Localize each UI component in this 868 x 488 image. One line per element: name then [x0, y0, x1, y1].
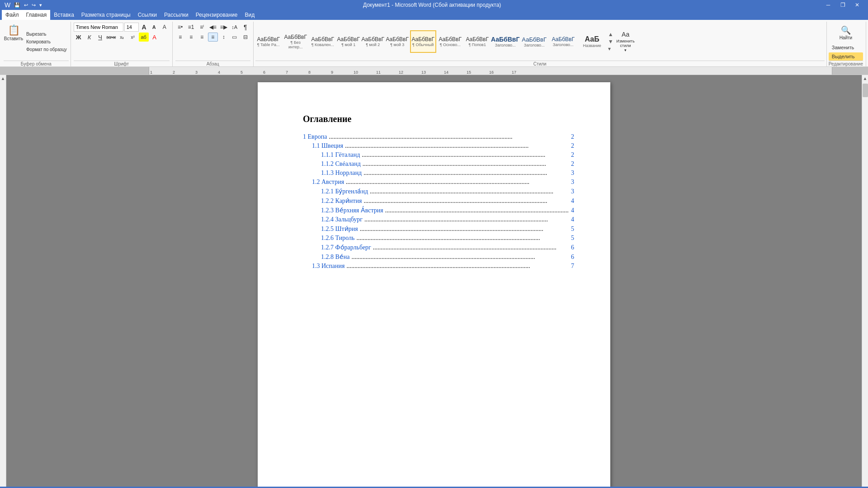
copy-button[interactable]: Копировать	[24, 38, 69, 45]
center-button[interactable]: ≡	[186, 33, 196, 42]
toc-entry-text[interactable]: 1 Европа	[303, 133, 327, 141]
style-heading2[interactable]: АаБбВвГ Заголово...	[520, 30, 548, 53]
style-my1[interactable]: АаБбВвГ ¶ мой 1	[337, 30, 360, 53]
bullets-button[interactable]: ≡•	[175, 23, 185, 32]
toc-entry-text[interactable]: 1.2.1 Бу́ргенла́нд	[321, 188, 368, 195]
toc-entry-text[interactable]: 1.2.3 Ве́рхняя А́встрия	[321, 206, 383, 214]
toc-entry-text[interactable]: 1.3 Испания	[312, 263, 344, 270]
font-shrink-button[interactable]: A	[150, 23, 159, 32]
font-grow-button[interactable]: A	[140, 23, 149, 32]
menu-review[interactable]: Рецензирование	[192, 10, 241, 20]
cut-button[interactable]: Вырезать	[24, 31, 69, 38]
toc-entry-page[interactable]: 4	[571, 207, 574, 214]
underline-button[interactable]: Ч	[95, 33, 105, 42]
toc-entry-page[interactable]: 7	[571, 263, 574, 270]
superscript-button[interactable]: х²	[128, 33, 138, 42]
strikethrough-button[interactable]: зачк	[106, 33, 116, 42]
toc-entry-page[interactable]: 2	[571, 151, 574, 159]
style-heading1[interactable]: АаБбВвГ Заголово...	[491, 30, 519, 53]
change-styles-button[interactable]: Аа Изменить стили ▾	[614, 30, 637, 53]
save-quick-btn[interactable]: 💾	[13, 2, 21, 8]
borders-button[interactable]: ⊟	[241, 33, 250, 42]
minimize-button[interactable]: ─	[821, 0, 835, 10]
menu-references[interactable]: Ссылки	[134, 10, 160, 20]
toc-entry-page[interactable]: 5	[571, 235, 574, 242]
toc-entry-text[interactable]: 1.2.2 Кари́нтия	[321, 197, 362, 205]
format-copy-button[interactable]: Формат по образцу	[24, 46, 69, 53]
show-marks-button[interactable]: ¶	[241, 23, 250, 32]
toc-entry-text[interactable]: 1.2 Австрия	[312, 178, 344, 186]
toc-entry-text[interactable]: 1.1 Швеция	[312, 142, 343, 150]
style-my3[interactable]: АаБбВвГ ¶ мой 3	[386, 30, 409, 53]
styles-expand[interactable]: ▾	[608, 46, 613, 52]
clear-format-button[interactable]: A	[160, 23, 170, 32]
font-name-input[interactable]: Times New Roman	[74, 23, 123, 32]
toc-entry-page[interactable]: 2	[571, 133, 574, 141]
scroll-up-arrow[interactable]: ▲	[862, 75, 868, 82]
style-table-par[interactable]: АаБбВвГ ¶ Table Pa...	[255, 30, 282, 53]
style-popov1[interactable]: АаБбВвГ ¶ Попов1	[464, 30, 491, 53]
style-no-spacing[interactable]: АаБбВвГ ¶ Без интер...	[283, 30, 309, 53]
style-osnova[interactable]: АаБбВвГ ¶ Осново...	[437, 30, 463, 53]
sort-button[interactable]: ↕А	[230, 23, 240, 32]
align-left-button[interactable]: ≡	[175, 33, 185, 42]
toc-entry-page[interactable]: 2	[571, 142, 574, 150]
vertical-scrollbar[interactable]: ▲	[862, 75, 868, 487]
justify-button[interactable]: ≡	[208, 33, 218, 42]
redo-quick-btn[interactable]: ↪	[31, 2, 37, 8]
menu-view[interactable]: Вид	[241, 10, 258, 20]
scroll-thumb[interactable]	[863, 84, 868, 97]
style-kovalev[interactable]: АаБбВвГ ¶ Ковален...	[310, 30, 336, 53]
toc-entry-page[interactable]: 3	[571, 188, 574, 195]
toc-entry-text[interactable]: 1.2.7 Фо́рарльберг	[321, 244, 371, 251]
bold-button[interactable]: Ж	[74, 33, 84, 42]
shading-button[interactable]: ▭	[230, 33, 240, 42]
toc-entry-page[interactable]: 6	[571, 244, 574, 251]
menu-mailings[interactable]: Рассылки	[160, 10, 192, 20]
paste-button[interactable]: 📋 Вставить	[4, 23, 24, 42]
undo-quick-btn[interactable]: ↩	[23, 2, 29, 8]
select-button[interactable]: Выделить	[829, 52, 863, 61]
toc-entry-page[interactable]: 4	[571, 216, 574, 223]
subscript-button[interactable]: х₂	[117, 33, 127, 42]
toc-entry-page[interactable]: 4	[571, 197, 574, 205]
replace-button[interactable]: Заменить	[829, 43, 863, 52]
toc-entry-text[interactable]: 1.2.4 Зальцбург	[321, 216, 363, 223]
numbering-button[interactable]: ≡1	[186, 23, 196, 32]
style-heading3[interactable]: АаБбВвГ Заголово...	[549, 30, 577, 53]
toc-entry-page[interactable]: 3	[571, 169, 574, 177]
toc-entry-text[interactable]: 1.1.3 Норрланд	[321, 169, 362, 177]
toc-entry-page[interactable]: 2	[571, 160, 574, 168]
styles-scroll-down[interactable]: ▼	[608, 38, 613, 45]
toc-entry-text[interactable]: 1.2.8 Ве́на	[321, 253, 350, 261]
menu-home[interactable]: Главная	[23, 10, 51, 20]
toc-entry-page[interactable]: 5	[571, 225, 574, 233]
toc-entry-text[interactable]: 1.1.2 Свéаланд	[321, 160, 361, 168]
line-spacing-button[interactable]: ↕	[219, 33, 229, 42]
italic-button[interactable]: К	[85, 33, 94, 42]
close-button[interactable]: ✕	[850, 0, 864, 10]
decrease-indent-button[interactable]: ◀≡	[208, 23, 218, 32]
find-button[interactable]: 🔍 Найти	[829, 23, 863, 42]
scroll-left-icon[interactable]: ▲	[1, 76, 5, 81]
toc-entry-text[interactable]: 1.1.1 Гёталанд	[321, 151, 360, 159]
font-color-button[interactable]: A	[150, 33, 160, 42]
restore-button[interactable]: ❐	[835, 0, 850, 10]
style-my2[interactable]: АаБбВвГ ¶ мой 2	[361, 30, 385, 53]
style-title[interactable]: АаБ Название	[578, 30, 606, 53]
font-size-input[interactable]: 14	[124, 23, 139, 32]
style-normal[interactable]: АаБбВвГ ¶ Обычный	[410, 30, 436, 53]
menu-layout[interactable]: Разметка страницы	[78, 10, 134, 20]
customize-quick-btn[interactable]: ▾	[38, 2, 43, 8]
align-right-button[interactable]: ≡	[197, 33, 207, 42]
menu-insert[interactable]: Вставка	[50, 10, 78, 20]
toc-entry-page[interactable]: 3	[571, 178, 574, 186]
increase-indent-button[interactable]: ≡▶	[219, 23, 229, 32]
toc-entry-page[interactable]: 6	[571, 253, 574, 261]
menu-file[interactable]: Файл	[2, 10, 23, 20]
text-highlight-button[interactable]: аб	[139, 33, 149, 42]
styles-scroll-up[interactable]: ▲	[608, 31, 613, 38]
toc-entry-text[interactable]: 1.2.5 Шти́рия	[321, 225, 358, 233]
toc-entry-text[interactable]: 1.2.6 Тироль	[321, 235, 354, 242]
multilevel-button[interactable]: ≡ˡ	[197, 23, 207, 32]
